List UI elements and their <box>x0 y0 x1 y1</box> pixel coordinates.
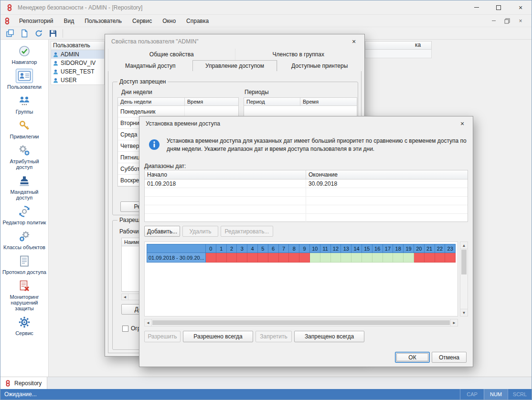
sidebar-item[interactable]: Классы объектов <box>0 227 48 252</box>
scroll-up-icon[interactable]: ▲ <box>460 242 468 249</box>
grid-cell-allowed[interactable] <box>393 253 404 263</box>
tab[interactable]: Общие свойства <box>108 49 235 60</box>
grid-hour-header[interactable]: 10 <box>310 244 320 253</box>
sidebar-item[interactable]: Сервис <box>0 313 48 338</box>
sidebar-item[interactable]: Атрибутный доступ <box>0 141 48 172</box>
grid-hour-header[interactable]: 23 <box>445 244 456 253</box>
minimize-button[interactable] <box>466 0 488 14</box>
sidebar-item[interactable]: Группы <box>0 92 48 116</box>
scroll-down-icon[interactable]: ▼ <box>460 309 468 316</box>
props-dialog-titlebar[interactable]: Свойства пользователя "ADMIN" × <box>105 34 364 48</box>
grid-hour-header[interactable]: 0 <box>206 244 216 253</box>
grid-cell-denied[interactable] <box>237 253 247 263</box>
grid-cell-allowed[interactable] <box>404 253 414 263</box>
time-close-button[interactable]: × <box>452 116 473 130</box>
grid-hour-header[interactable]: 4 <box>247 244 258 253</box>
ok-button[interactable]: ОК <box>395 352 430 363</box>
tab[interactable]: Мандатный доступ <box>108 60 192 72</box>
grid-cell-allowed[interactable] <box>372 253 383 263</box>
grid-cell-denied[interactable] <box>279 253 289 263</box>
mdi-close-button[interactable]: × <box>515 17 526 25</box>
grid-cell-allowed[interactable] <box>351 253 362 263</box>
sidebar-item[interactable]: Протокол доступа <box>0 252 48 277</box>
props-close-button[interactable]: × <box>343 34 364 48</box>
grid-hour-header[interactable]: 13 <box>341 244 351 253</box>
grid-hour-header[interactable]: 19 <box>404 244 414 253</box>
column-header[interactable]: Время <box>300 99 357 105</box>
refresh-button[interactable] <box>32 28 45 39</box>
scroll-left-icon[interactable]: ◄ <box>122 294 128 300</box>
sidebar-item[interactable]: Навигатор <box>0 42 48 67</box>
grid-hour-header[interactable]: 20 <box>414 244 425 253</box>
grid-cell-denied[interactable] <box>227 253 237 263</box>
allow-always-button[interactable]: Разрешено всегда <box>183 331 253 342</box>
sidebar-item[interactable]: Пользователи <box>0 67 48 92</box>
grid-vscrollbar[interactable]: ▲ ▼ <box>460 242 468 316</box>
user-list-header[interactable]: Пользователь <box>51 42 104 50</box>
sidebar-item[interactable]: Мандатный доступ <box>0 172 48 202</box>
column-header[interactable]: День недели <box>118 98 185 105</box>
deny-always-button[interactable]: Запрещено всегда <box>294 331 364 342</box>
grid-hour-header[interactable]: 17 <box>383 244 394 253</box>
grid-hour-header[interactable]: 7 <box>279 244 289 253</box>
grid-cell-denied[interactable] <box>414 253 425 263</box>
grid-cell-allowed[interactable] <box>320 253 331 263</box>
grid-hour-header[interactable]: 2 <box>227 244 237 253</box>
tab[interactable]: Управление доступом <box>192 60 277 72</box>
grid-cell-denied[interactable] <box>206 253 216 263</box>
tab[interactable]: Доступные принтеры <box>277 60 362 72</box>
grid-cell-allowed[interactable] <box>341 253 351 263</box>
menu-item[interactable]: Сервис <box>127 15 157 27</box>
grid-cell-denied[interactable] <box>435 253 446 263</box>
sidebar-item[interactable]: Мониторинг нарушений защиты <box>0 277 48 313</box>
close-button[interactable]: × <box>510 0 532 14</box>
delete-range-button[interactable]: Удалить <box>182 226 218 237</box>
grid-hour-header[interactable]: 5 <box>258 244 268 253</box>
user-row[interactable]: SIDOROV_IV <box>51 59 104 67</box>
maximize-button[interactable] <box>488 0 510 14</box>
grid-cell-denied[interactable] <box>425 253 435 263</box>
grid-hour-header[interactable]: 16 <box>372 244 383 253</box>
grid-hour-header[interactable]: 18 <box>393 244 404 253</box>
sidebar-item[interactable]: Редактор политик <box>0 202 48 227</box>
grid-cell-denied[interactable] <box>216 253 227 263</box>
grid-row-label[interactable]: 01.09.2018 - 30.09.20... <box>147 253 206 263</box>
grid-cell-allowed[interactable] <box>383 253 394 263</box>
table-row[interactable]: 01.09.201830.09.2018 <box>145 179 468 188</box>
grid-hour-header[interactable]: 14 <box>351 244 362 253</box>
menu-item[interactable]: Пользователь <box>79 15 127 27</box>
menu-item[interactable]: Вид <box>59 15 80 27</box>
repository-tab[interactable]: Repository <box>0 377 47 389</box>
grid-cell-denied[interactable] <box>445 253 456 263</box>
grid-corner-cell[interactable] <box>147 244 206 253</box>
grid-cell-allowed[interactable] <box>331 253 341 263</box>
column-header[interactable]: Время <box>185 99 238 105</box>
grid-hour-header[interactable]: 3 <box>237 244 247 253</box>
user-row[interactable]: USER <box>51 76 104 84</box>
save-button[interactable] <box>46 28 59 39</box>
grid-hour-header[interactable]: 22 <box>435 244 446 253</box>
grid-hour-header[interactable]: 21 <box>425 244 435 253</box>
column-header[interactable]: Окончание <box>306 171 468 178</box>
grid-hscrollbar[interactable]: ◄ ► <box>144 319 458 326</box>
new-window-button[interactable] <box>3 28 16 39</box>
grid-cell-denied[interactable] <box>299 253 310 263</box>
mdi-minimize-button[interactable] <box>489 17 499 25</box>
time-dialog-titlebar[interactable]: Установка времени доступа × <box>139 116 473 130</box>
deny-button[interactable]: Запретить <box>255 331 292 342</box>
sidebar-item[interactable]: Привилегии <box>0 116 48 141</box>
new-document-button[interactable] <box>18 28 31 39</box>
allow-button[interactable]: Разрешить <box>144 331 181 342</box>
grid-hour-header[interactable]: 6 <box>268 244 279 253</box>
edit-range-button[interactable]: Редактировать... <box>221 226 273 237</box>
grid-hour-header[interactable]: 11 <box>320 244 331 253</box>
grid-hour-header[interactable]: 1 <box>216 244 227 253</box>
add-range-button[interactable]: Добавить... <box>144 226 180 237</box>
menu-item[interactable]: Окно <box>157 15 181 27</box>
user-row[interactable]: ADMIN <box>51 50 104 59</box>
grid-cell-denied[interactable] <box>247 253 258 263</box>
scroll-right-icon[interactable]: ► <box>450 319 458 326</box>
grid-cell-denied[interactable] <box>289 253 299 263</box>
cancel-button[interactable]: Отмена <box>432 352 467 363</box>
column-header[interactable]: Период <box>244 98 300 105</box>
